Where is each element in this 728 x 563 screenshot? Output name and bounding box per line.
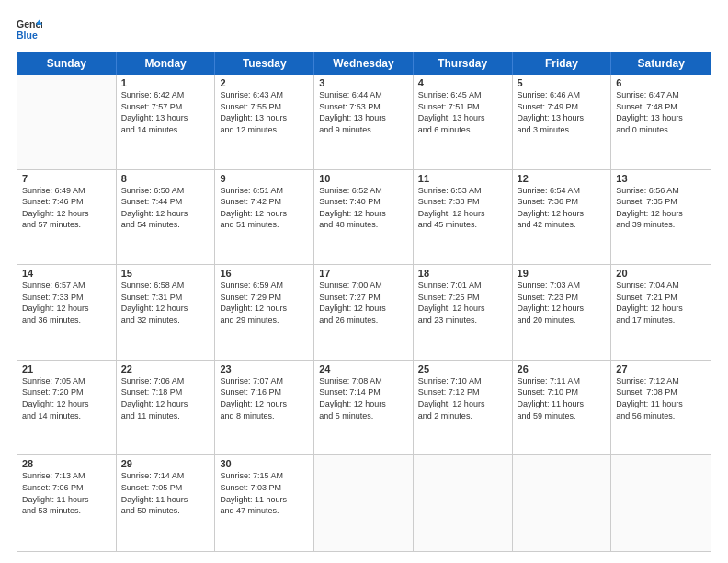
day-number: 28 <box>22 458 111 469</box>
day-number: 3 <box>319 77 408 88</box>
day-cell-empty-4-4 <box>414 455 513 551</box>
day-info: Sunrise: 6:49 AM Sunset: 7:46 PM Dayligh… <box>22 185 111 231</box>
day-number: 26 <box>518 363 607 374</box>
day-info: Sunrise: 6:46 AM Sunset: 7:49 PM Dayligh… <box>518 89 607 135</box>
weekday-header-thursday: Thursday <box>414 52 513 75</box>
weekday-header-saturday: Saturday <box>611 52 711 75</box>
weekday-header-monday: Monday <box>117 52 216 75</box>
day-info: Sunrise: 7:08 AM Sunset: 7:14 PM Dayligh… <box>319 375 408 421</box>
day-number: 14 <box>22 268 111 279</box>
day-number: 10 <box>319 173 408 184</box>
day-cell-2: 2Sunrise: 6:43 AM Sunset: 7:55 PM Daylig… <box>215 75 314 169</box>
day-number: 13 <box>616 173 706 184</box>
day-number: 29 <box>121 458 210 469</box>
day-number: 4 <box>418 77 507 88</box>
day-cell-7: 7Sunrise: 6:49 AM Sunset: 7:46 PM Daylig… <box>17 170 117 265</box>
day-cell-5: 5Sunrise: 6:46 AM Sunset: 7:49 PM Daylig… <box>513 75 612 169</box>
day-cell-10: 10Sunrise: 6:52 AM Sunset: 7:40 PM Dayli… <box>314 170 414 265</box>
logo: General Blue <box>17 17 42 42</box>
day-info: Sunrise: 7:00 AM Sunset: 7:27 PM Dayligh… <box>319 280 408 326</box>
day-cell-17: 17Sunrise: 7:00 AM Sunset: 7:27 PM Dayli… <box>314 265 414 360</box>
day-number: 30 <box>220 458 309 469</box>
day-cell-15: 15Sunrise: 6:58 AM Sunset: 7:31 PM Dayli… <box>117 265 216 360</box>
day-number: 24 <box>319 363 408 374</box>
day-number: 19 <box>518 268 607 279</box>
day-info: Sunrise: 6:58 AM Sunset: 7:31 PM Dayligh… <box>121 280 210 326</box>
calendar-body: 1Sunrise: 6:42 AM Sunset: 7:57 PM Daylig… <box>17 75 711 551</box>
day-cell-30: 30Sunrise: 7:15 AM Sunset: 7:03 PM Dayli… <box>215 455 314 551</box>
day-number: 15 <box>121 268 210 279</box>
day-number: 18 <box>418 268 507 279</box>
day-cell-4: 4Sunrise: 6:45 AM Sunset: 7:51 PM Daylig… <box>414 75 513 169</box>
day-info: Sunrise: 7:11 AM Sunset: 7:10 PM Dayligh… <box>518 375 607 421</box>
day-info: Sunrise: 7:05 AM Sunset: 7:20 PM Dayligh… <box>22 375 111 421</box>
day-number: 11 <box>418 173 507 184</box>
day-cell-26: 26Sunrise: 7:11 AM Sunset: 7:10 PM Dayli… <box>513 361 612 455</box>
day-number: 25 <box>418 363 507 374</box>
weekday-header-friday: Friday <box>513 52 612 75</box>
day-info: Sunrise: 7:07 AM Sunset: 7:16 PM Dayligh… <box>220 375 309 421</box>
day-cell-29: 29Sunrise: 7:14 AM Sunset: 7:05 PM Dayli… <box>117 455 216 551</box>
day-info: Sunrise: 7:14 AM Sunset: 7:05 PM Dayligh… <box>121 470 210 516</box>
day-info: Sunrise: 6:59 AM Sunset: 7:29 PM Dayligh… <box>220 280 309 326</box>
weekday-header-tuesday: Tuesday <box>215 52 314 75</box>
day-cell-9: 9Sunrise: 6:51 AM Sunset: 7:42 PM Daylig… <box>215 170 314 265</box>
day-cell-20: 20Sunrise: 7:04 AM Sunset: 7:21 PM Dayli… <box>611 265 711 360</box>
day-cell-27: 27Sunrise: 7:12 AM Sunset: 7:08 PM Dayli… <box>611 361 711 455</box>
calendar-row-5: 28Sunrise: 7:13 AM Sunset: 7:06 PM Dayli… <box>17 455 711 551</box>
day-info: Sunrise: 6:54 AM Sunset: 7:36 PM Dayligh… <box>518 185 607 231</box>
day-info: Sunrise: 7:04 AM Sunset: 7:21 PM Dayligh… <box>616 280 706 326</box>
day-cell-21: 21Sunrise: 7:05 AM Sunset: 7:20 PM Dayli… <box>17 361 117 455</box>
day-info: Sunrise: 6:51 AM Sunset: 7:42 PM Dayligh… <box>220 185 309 231</box>
day-info: Sunrise: 6:53 AM Sunset: 7:38 PM Dayligh… <box>418 185 507 231</box>
calendar-row-4: 21Sunrise: 7:05 AM Sunset: 7:20 PM Dayli… <box>17 361 711 456</box>
day-cell-19: 19Sunrise: 7:03 AM Sunset: 7:23 PM Dayli… <box>513 265 612 360</box>
day-info: Sunrise: 7:10 AM Sunset: 7:12 PM Dayligh… <box>418 375 507 421</box>
day-info: Sunrise: 6:52 AM Sunset: 7:40 PM Dayligh… <box>319 185 408 231</box>
day-info: Sunrise: 6:56 AM Sunset: 7:35 PM Dayligh… <box>616 185 706 231</box>
calendar-header: SundayMondayTuesdayWednesdayThursdayFrid… <box>17 52 711 75</box>
day-info: Sunrise: 6:45 AM Sunset: 7:51 PM Dayligh… <box>418 89 507 135</box>
calendar-row-1: 1Sunrise: 6:42 AM Sunset: 7:57 PM Daylig… <box>17 75 711 170</box>
day-number: 9 <box>220 173 309 184</box>
day-cell-empty-4-6 <box>611 455 711 551</box>
page: General Blue SundayMondayTuesdayWednesda… <box>0 0 728 563</box>
header: General Blue <box>17 17 711 42</box>
day-number: 21 <box>22 363 111 374</box>
day-number: 20 <box>616 268 706 279</box>
day-cell-18: 18Sunrise: 7:01 AM Sunset: 7:25 PM Dayli… <box>414 265 513 360</box>
day-number: 22 <box>121 363 210 374</box>
day-cell-3: 3Sunrise: 6:44 AM Sunset: 7:53 PM Daylig… <box>314 75 414 169</box>
day-cell-empty-4-3 <box>314 455 414 551</box>
day-info: Sunrise: 7:12 AM Sunset: 7:08 PM Dayligh… <box>616 375 706 421</box>
day-info: Sunrise: 7:13 AM Sunset: 7:06 PM Dayligh… <box>22 470 111 516</box>
day-cell-8: 8Sunrise: 6:50 AM Sunset: 7:44 PM Daylig… <box>117 170 216 265</box>
day-number: 27 <box>616 363 706 374</box>
day-cell-11: 11Sunrise: 6:53 AM Sunset: 7:38 PM Dayli… <box>414 170 513 265</box>
day-cell-1: 1Sunrise: 6:42 AM Sunset: 7:57 PM Daylig… <box>117 75 216 169</box>
day-number: 8 <box>121 173 210 184</box>
day-info: Sunrise: 6:50 AM Sunset: 7:44 PM Dayligh… <box>121 185 210 231</box>
day-cell-13: 13Sunrise: 6:56 AM Sunset: 7:35 PM Dayli… <box>611 170 711 265</box>
calendar-row-3: 14Sunrise: 6:57 AM Sunset: 7:33 PM Dayli… <box>17 265 711 361</box>
day-number: 2 <box>220 77 309 88</box>
day-info: Sunrise: 6:43 AM Sunset: 7:55 PM Dayligh… <box>220 89 309 135</box>
weekday-header-sunday: Sunday <box>17 52 117 75</box>
day-cell-23: 23Sunrise: 7:07 AM Sunset: 7:16 PM Dayli… <box>215 361 314 455</box>
day-info: Sunrise: 7:01 AM Sunset: 7:25 PM Dayligh… <box>418 280 507 326</box>
day-info: Sunrise: 6:57 AM Sunset: 7:33 PM Dayligh… <box>22 280 111 326</box>
day-number: 16 <box>220 268 309 279</box>
day-number: 12 <box>518 173 607 184</box>
day-info: Sunrise: 6:44 AM Sunset: 7:53 PM Dayligh… <box>319 89 408 135</box>
day-cell-28: 28Sunrise: 7:13 AM Sunset: 7:06 PM Dayli… <box>17 455 117 551</box>
day-cell-empty-0-0 <box>17 75 117 169</box>
day-number: 5 <box>518 77 607 88</box>
day-info: Sunrise: 7:06 AM Sunset: 7:18 PM Dayligh… <box>121 375 210 421</box>
day-cell-16: 16Sunrise: 6:59 AM Sunset: 7:29 PM Dayli… <box>215 265 314 360</box>
day-cell-22: 22Sunrise: 7:06 AM Sunset: 7:18 PM Dayli… <box>117 361 216 455</box>
day-number: 7 <box>22 173 111 184</box>
day-cell-14: 14Sunrise: 6:57 AM Sunset: 7:33 PM Dayli… <box>17 265 117 360</box>
day-cell-24: 24Sunrise: 7:08 AM Sunset: 7:14 PM Dayli… <box>314 361 414 455</box>
day-cell-6: 6Sunrise: 6:47 AM Sunset: 7:48 PM Daylig… <box>611 75 711 169</box>
day-cell-empty-4-5 <box>513 455 612 551</box>
